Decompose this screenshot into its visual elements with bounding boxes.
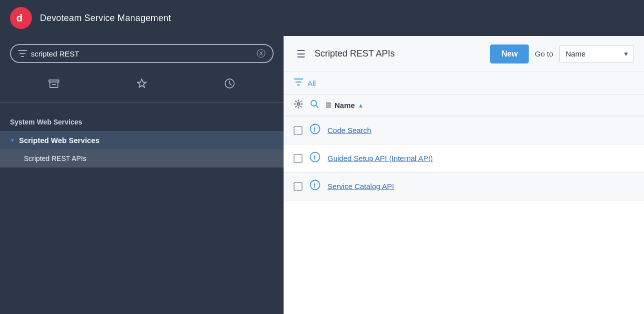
filter-icon (18, 49, 27, 58)
nav-section-title: System Web Services (0, 113, 284, 131)
nav-subitem-label: Scripted REST APIs (24, 154, 86, 162)
star-icon[interactable] (133, 75, 150, 94)
sort-asc-icon: ▲ (358, 102, 364, 109)
filter-funnel-icon (294, 77, 304, 90)
new-button[interactable]: New (490, 44, 529, 64)
filter-row: All (284, 72, 644, 95)
expand-triangle-icon: ▼ (10, 138, 15, 143)
svg-text:i: i (314, 154, 316, 161)
toolbar: ☰ Scripted REST APIs New Go to Name (284, 36, 644, 72)
search-container: ⓧ (0, 36, 284, 71)
goto-select-wrapper: Name (559, 45, 634, 62)
app-title: Devoteam Service Management (40, 13, 171, 24)
row-link-1[interactable]: Code Search (327, 126, 371, 134)
table-body: i Code Search i Guided Setup API (Intern… (284, 116, 644, 314)
search-box: ⓧ (10, 44, 274, 63)
table-row: i Guided Setup API (Internal API) (284, 144, 644, 172)
svg-text:i: i (314, 126, 316, 133)
goto-select[interactable]: Name (559, 45, 634, 62)
header: d Devoteam Service Management (0, 0, 644, 36)
nav-section: System Web Services ▼ Scripted Web Servi… (0, 103, 284, 168)
settings-icon[interactable] (294, 99, 304, 112)
hamburger-button[interactable]: ☰ (294, 45, 309, 63)
filter-label[interactable]: All (308, 79, 316, 88)
clock-icon[interactable] (221, 75, 238, 94)
svg-text:i: i (314, 182, 316, 189)
name-column-label: Name (334, 101, 355, 110)
svg-point-5 (311, 100, 317, 106)
logo: d (10, 7, 32, 29)
table-row: i Service Catalog API (284, 172, 644, 200)
name-column-header[interactable]: ☰ Name ▲ (325, 101, 364, 110)
row-link-3[interactable]: Service Catalog API (327, 182, 394, 190)
row-link-2[interactable]: Guided Setup API (Internal API) (327, 154, 433, 162)
archive-icon[interactable] (45, 75, 62, 94)
svg-point-4 (298, 103, 300, 106)
nav-item-scripted-web-services[interactable]: ▼ Scripted Web Services (0, 131, 284, 150)
row-checkbox-2[interactable] (294, 154, 303, 163)
search-input[interactable] (31, 50, 253, 58)
column-row: ☰ Name ▲ (284, 95, 644, 116)
info-icon-2[interactable]: i (310, 152, 321, 165)
main-content: ☰ Scripted REST APIs New Go to Name All (284, 36, 644, 314)
svg-text:d: d (16, 12, 22, 24)
sidebar-icons-row (0, 71, 284, 103)
nav-subitem-scripted-rest-apis[interactable]: Scripted REST APIs (0, 150, 284, 168)
info-icon-3[interactable]: i (310, 180, 321, 193)
toolbar-title: Scripted REST APIs (315, 48, 484, 59)
search-icon[interactable] (310, 99, 320, 112)
nav-item-label: Scripted Web Services (19, 136, 99, 144)
table-row: i Code Search (284, 116, 644, 144)
row-checkbox-3[interactable] (294, 182, 303, 191)
body-area: ⓧ (0, 36, 644, 314)
info-icon-1[interactable]: i (310, 124, 321, 137)
sidebar: ⓧ (0, 36, 284, 314)
goto-label: Go to (535, 50, 553, 58)
row-checkbox-1[interactable] (294, 126, 303, 135)
clear-search-button[interactable]: ⓧ (257, 49, 266, 58)
